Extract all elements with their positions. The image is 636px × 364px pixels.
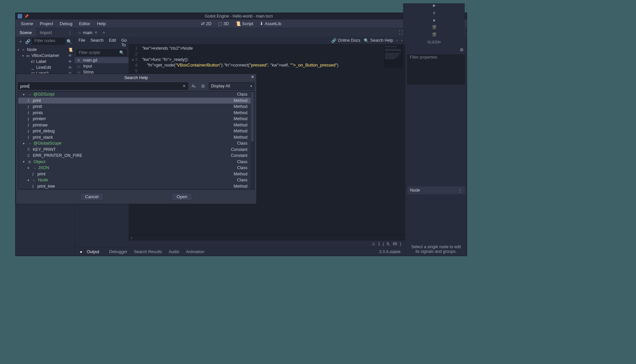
workspace-assetlib[interactable]: ⬇AssetLib (256, 21, 285, 26)
menu-help[interactable]: Help (94, 21, 109, 26)
online-docs-button[interactable]: 🔗Online Docs (331, 38, 360, 43)
result-row[interactable]: ⨍printrawMethod (18, 122, 254, 128)
workspace-3d[interactable]: ⬚3D (215, 21, 232, 26)
clear-icon[interactable]: ✕ (183, 84, 186, 88)
play-icon[interactable]: ▶ (432, 3, 437, 8)
result-row[interactable]: ▾→JSONClass (18, 165, 254, 171)
result-row[interactable]: CKEY_PRINTConstant (18, 147, 254, 153)
menu-project[interactable]: Project (36, 21, 56, 26)
result-row[interactable]: ⨍printerrMethod (18, 116, 254, 122)
menubar: Scene Project Debug Editor Help ⇄2D ⬚3D … (16, 20, 467, 28)
search-icon: 🔍 (119, 50, 124, 55)
nav-fwd-icon[interactable]: › (401, 38, 402, 43)
inspector-toolbar2: ⚙ (405, 45, 467, 54)
search-icon[interactable]: 🔍 (66, 38, 72, 44)
node-header[interactable]: Node ⋮ (407, 186, 465, 194)
script-icon: 📜 (236, 21, 241, 26)
bottom-output[interactable]: ● Output (77, 250, 106, 254)
nav-back-icon[interactable]: ‹ (397, 38, 398, 43)
result-row[interactable]: CERR_PRINTER_ON_FIREConstant (18, 153, 254, 159)
renderer-dropdown[interactable]: GLES3 ▾ (426, 40, 442, 44)
cancel-button[interactable]: Cancel (80, 193, 103, 201)
link-icon[interactable]: 🔗 (25, 38, 31, 44)
tab-import[interactable]: Import (36, 28, 56, 37)
dialog-buttons: Cancel Open (16, 191, 256, 204)
search-input[interactable]: print ✕ (18, 82, 188, 90)
add-node-icon[interactable]: + (18, 38, 24, 44)
filter-scripts-input[interactable]: Filter scripts 🔍 (77, 49, 127, 56)
workspace-switcher: ⇄2D ⬚3D 📜Script ⬇AssetLib (198, 21, 285, 26)
result-row[interactable]: ⨍printMethod (18, 171, 254, 177)
scene-tree-row[interactable]: ⎯LineEdit👁 (16, 65, 74, 70)
bottom-search[interactable]: Search Results (131, 250, 165, 254)
dock-menu-icon[interactable]: ⋮ (458, 188, 462, 193)
minimap[interactable] (384, 45, 403, 68)
menu-editor[interactable]: Editor (76, 21, 94, 26)
warning-icon[interactable]: ⚠ (372, 242, 375, 246)
search-help-button[interactable]: 🔍Search Help (364, 38, 393, 43)
script-menu-search[interactable]: Search (88, 38, 106, 47)
script-menu-file[interactable]: File (76, 38, 88, 47)
open-button[interactable]: Open (172, 193, 192, 201)
filter-nodes-input[interactable]: Filter nodes (32, 38, 65, 45)
assetlib-icon: ⬇ (260, 21, 263, 26)
scrollbar-thumb[interactable] (251, 92, 254, 142)
scene-tree-row[interactable]: 🏷Label👁 (16, 59, 74, 65)
result-row[interactable]: ▾○NodeClass (18, 177, 254, 183)
script-list-item[interactable]: ⚙main.gd (75, 57, 129, 63)
play-scene-icon[interactable]: 🎬 (432, 25, 437, 30)
sort-icon[interactable]: ⚙ (459, 47, 465, 53)
result-row[interactable]: ⨍print_treeMethod (18, 183, 254, 190)
case-sensitive-icon[interactable]: Aₐ (190, 82, 197, 90)
script-menu-goto[interactable]: Go To (119, 38, 130, 47)
3d-icon: ⬚ (218, 21, 222, 26)
pause-icon[interactable]: ⏸ (432, 11, 437, 15)
hierarchy-icon[interactable]: ⊟ (199, 82, 207, 90)
hscrollbar[interactable]: ‹ (129, 235, 405, 241)
text-cursor (29, 84, 29, 88)
result-row[interactable]: ⨍printtMethod (18, 104, 254, 110)
search-bar: print ✕ Aₐ ⊟ Display All ▾ (16, 81, 256, 91)
script-menu-edit[interactable]: Edit (106, 38, 119, 47)
workspace-2d[interactable]: ⇄2D (198, 21, 215, 26)
scroll-left-icon[interactable]: ‹ (131, 235, 132, 240)
script-menu: File Search Edit Go To Debug (75, 37, 129, 49)
distraction-free-icon[interactable]: ⛶ (399, 30, 403, 35)
result-row[interactable]: ⨍printsMethod (18, 110, 254, 116)
result-row[interactable]: ▾◎ObjectClass (18, 159, 254, 165)
result-row[interactable]: ⨍printMethod (18, 98, 254, 104)
cursor-col2: 66 (393, 242, 397, 246)
scene-tree-row[interactable]: ▾▭VBoxContainer👁 (16, 53, 74, 59)
link-icon: 🔗 (331, 38, 337, 43)
results-list[interactable]: ▾→@GDScriptClass⨍printMethod⨍printtMetho… (18, 91, 254, 190)
menu-scene[interactable]: Scene (18, 21, 36, 26)
scrollbar[interactable] (251, 91, 254, 189)
scene-tree[interactable]: ▾○Node📜▾▭VBoxContainer👁🏷Label👁⎯LineEdit👁… (16, 46, 74, 77)
play-custom-icon[interactable]: 🎬 (432, 32, 437, 37)
scene-tree-row[interactable]: ▾○Node📜 (16, 47, 74, 53)
close-tab-icon[interactable]: ✕ (94, 30, 97, 35)
bottom-animation[interactable]: Animation (183, 250, 208, 254)
cursor-line: 1 (378, 242, 380, 246)
display-filter-dropdown[interactable]: Display All ▾ (209, 82, 254, 90)
dock-menu-icon[interactable]: ⋮ (66, 30, 74, 35)
status-line: ⚠ 1 ( 8, 66 ) (129, 241, 405, 247)
stop-icon[interactable]: ■ (432, 18, 437, 23)
filter-properties-input[interactable]: Filter properties (407, 55, 465, 84)
result-row[interactable]: ⨍print_stackMethod (18, 134, 254, 141)
code-toolbar: 🔗Online Docs 🔍Search Help ‹ › (129, 37, 405, 44)
close-icon[interactable]: ✕ (251, 74, 254, 79)
tab-scene[interactable]: Scene (16, 28, 36, 37)
bottom-audio[interactable]: Audio (165, 250, 183, 254)
result-row[interactable]: ▾→@GDScriptClass (18, 91, 254, 98)
add-tab-icon[interactable]: + (103, 30, 105, 35)
script-list-item[interactable]: ▭Input (75, 63, 129, 69)
node-hint: Select a single node to edit its signals… (407, 245, 465, 254)
scene-tab-main[interactable]: ○ main ✕ (77, 28, 99, 37)
bottom-debugger[interactable]: Debugger (106, 250, 131, 254)
result-row[interactable]: ▾→@GlobalScopeClass (18, 140, 254, 147)
result-row[interactable]: ⨍print_debugMethod (18, 128, 254, 134)
workspace-script[interactable]: 📜Script (232, 21, 256, 26)
menu-debug[interactable]: Debug (56, 21, 76, 26)
pin-icon[interactable]: 📌 (24, 14, 29, 19)
